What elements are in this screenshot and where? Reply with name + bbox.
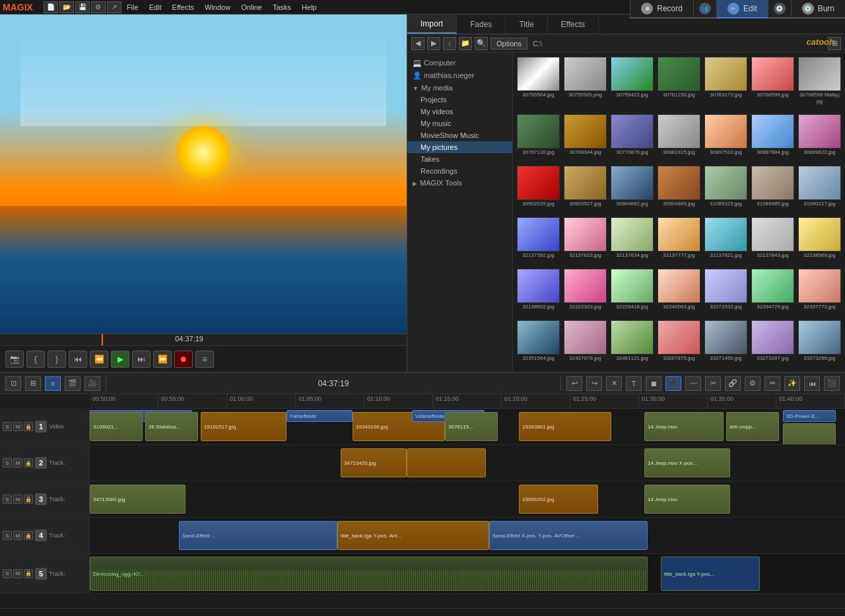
play-button[interactable]: ▶	[111, 351, 129, 368]
clip-3109021[interactable]: 3109021...	[90, 412, 143, 441]
horizontal-scrollbar[interactable]	[0, 608, 845, 616]
tl-film-icon[interactable]: 🎥	[84, 376, 100, 391]
tl-select[interactable]: ⬛	[665, 376, 681, 391]
tree-projects[interactable]: Projects	[407, 94, 512, 106]
tree-myvideos[interactable]: My videos	[407, 106, 512, 118]
file-thumb-9[interactable]: 30770876.jpg	[609, 113, 655, 163]
clip-demosong[interactable]: Demosong_ogg.HD...	[90, 557, 648, 591]
tl-next-marker[interactable]: ⬛	[824, 376, 840, 391]
tl-link[interactable]: 🔗	[725, 376, 741, 391]
mark-in-button[interactable]: {	[26, 351, 45, 368]
clip-sandeffekt-1[interactable]: Sand-Effekt ...	[179, 521, 337, 550]
preview-timeline-bar[interactable]: 04:37:19	[0, 333, 407, 345]
tl-grid-view[interactable]: ⊞	[25, 376, 41, 391]
clip-3076115[interactable]: 3076115...	[445, 412, 498, 441]
new-icon[interactable]: 📄	[44, 1, 58, 13]
burn-icon-btn[interactable]: 💿	[768, 0, 791, 18]
tl-razor[interactable]: ✂	[705, 376, 721, 391]
tl-single-view[interactable]: ⊡	[5, 376, 21, 391]
tl-stop[interactable]: ⏹	[646, 376, 661, 391]
clip-26stab[interactable]: 26 Stabiliza...	[145, 412, 198, 441]
clip-19283861[interactable]: 19283861.jpg	[519, 412, 611, 441]
tab-title[interactable]: Title	[506, 15, 547, 34]
file-thumb-19[interactable]: 31089985.jpg	[750, 164, 795, 215]
clip-34713080[interactable]: 34713080.jpg	[90, 485, 186, 514]
lock-btn-3[interactable]: 🔒	[24, 495, 33, 504]
file-thumb-2[interactable]: 30759422.jpg	[609, 55, 655, 112]
tl-prev-marker[interactable]: ⏮	[804, 376, 820, 391]
clip-titleback-audio[interactable]: title_back.tga Y-pos...	[661, 557, 760, 591]
file-thumb-8[interactable]: 30768344.jpg	[562, 113, 608, 163]
tab-effects[interactable]: Effects	[548, 15, 599, 34]
menu-window[interactable]: Window	[199, 2, 236, 13]
tl-magic[interactable]: ✨	[784, 376, 800, 391]
tree-computer[interactable]: 💻 Computer	[407, 57, 512, 69]
lock-btn-1[interactable]: 🔒	[24, 422, 33, 431]
clip-19192517[interactable]: 19192517.jpg	[201, 412, 287, 441]
share-icon-btn[interactable]: 👥	[693, 0, 716, 18]
file-thumb-33[interactable]: 32334725.jpg	[750, 267, 795, 318]
next-frame-button[interactable]: ⏭	[132, 351, 151, 368]
file-thumb-11[interactable]: 30897510.jpg	[703, 113, 749, 163]
file-thumb-27[interactable]: 32138569.jpg	[797, 216, 842, 266]
mute-btn-1[interactable]: M	[13, 422, 22, 431]
forward-button[interactable]: ▶	[427, 37, 440, 50]
tree-mymedia[interactable]: ▼My media	[407, 82, 512, 94]
mute-btn-2[interactable]: M	[13, 458, 22, 467]
clip-titleback[interactable]: title_back.tga Y-pos. Ant...	[337, 521, 489, 550]
file-thumb-3[interactable]: 30761150.jpg	[656, 55, 702, 112]
tree-recordings[interactable]: Recordings	[407, 165, 512, 177]
edit-button[interactable]: ✏ Edit	[716, 0, 768, 18]
prev-frame-button[interactable]: ⏮	[69, 351, 87, 368]
tree-takes[interactable]: Takes	[407, 153, 512, 165]
clip-articrop[interactable]: Arti cropp...	[726, 412, 779, 441]
lock-btn-2[interactable]: 🔒	[24, 458, 33, 467]
file-thumb-30[interactable]: 32229418.jpg	[609, 267, 655, 318]
open-icon[interactable]: 📂	[59, 1, 74, 13]
menu-tasks[interactable]: Tasks	[267, 2, 296, 13]
tree-movieshow[interactable]: MovieShow Music	[407, 129, 512, 141]
menu-effects[interactable]: Effects	[167, 2, 199, 13]
file-thumb-18[interactable]: 31089315.jpg	[703, 164, 749, 215]
file-thumb-13[interactable]: 30899622.jpg	[797, 113, 842, 163]
menu-file[interactable]: File	[121, 2, 144, 13]
file-thumb-6[interactable]: 30766598 Matty.jpg	[797, 55, 842, 112]
tl-settings[interactable]: ⚙	[745, 376, 760, 391]
file-thumb-10[interactable]: 30881915.jpg	[656, 113, 702, 163]
clip-14jeep-3[interactable]: 14 Jeep.mxv	[644, 485, 730, 514]
solo-btn-2[interactable]: S	[3, 458, 12, 467]
mute-btn-4[interactable]: M	[13, 531, 22, 540]
file-thumb-28[interactable]: 32138602.jpg	[516, 267, 561, 318]
folder-button[interactable]: 📁	[459, 37, 472, 50]
lock-btn-4[interactable]: 🔒	[24, 531, 33, 540]
tree-mypictures[interactable]: My pictures	[407, 141, 512, 153]
record-button[interactable]: ⏺ Record	[630, 0, 693, 18]
arrow-icon[interactable]: ↗	[107, 1, 121, 13]
menu-help[interactable]: Help	[296, 2, 322, 13]
file-thumb-40[interactable]: 33273287.jpg	[750, 319, 795, 369]
tree-mymusic[interactable]: My music	[407, 118, 512, 129]
file-thumb-37[interactable]: 32461121.jpg	[609, 319, 655, 369]
tab-fades[interactable]: Fades	[457, 15, 506, 34]
track-content-4[interactable]: Sand-Effekt ... title_back.tga Y-pos. An…	[90, 518, 845, 553]
file-thumb-41[interactable]: 33273298.jpg	[797, 319, 842, 369]
file-thumb-24[interactable]: 32137777.jpg	[656, 216, 702, 266]
tl-text[interactable]: T	[626, 376, 642, 391]
file-thumb-36[interactable]: 32427976.jpg	[562, 319, 608, 369]
file-thumb-16[interactable]: 30904682.jpg	[609, 164, 655, 215]
tl-undo[interactable]: ↩	[566, 376, 582, 391]
clip-orange-2[interactable]	[407, 448, 486, 477]
file-thumb-39[interactable]: 33271450.jpg	[703, 319, 749, 369]
file-thumb-14[interactable]: 30902229.jpg	[516, 164, 561, 215]
clip-end-video[interactable]	[783, 423, 836, 444]
clip-19096292[interactable]: 19096292.jpg	[519, 485, 598, 514]
up-button[interactable]: ↑	[443, 37, 456, 50]
tl-draw[interactable]: 〰	[685, 376, 701, 391]
file-thumb-0[interactable]: 30755504.jpg	[516, 55, 561, 112]
tree-magixtools[interactable]: ▶MAGIX Tools	[407, 177, 512, 189]
solo-btn-5[interactable]: S	[3, 569, 12, 578]
record-button-ctrl[interactable]: ⏺	[174, 351, 193, 368]
mark-out-button[interactable]: }	[48, 351, 66, 368]
menu-online[interactable]: Online	[236, 2, 267, 13]
mute-btn-3[interactable]: M	[13, 495, 22, 504]
